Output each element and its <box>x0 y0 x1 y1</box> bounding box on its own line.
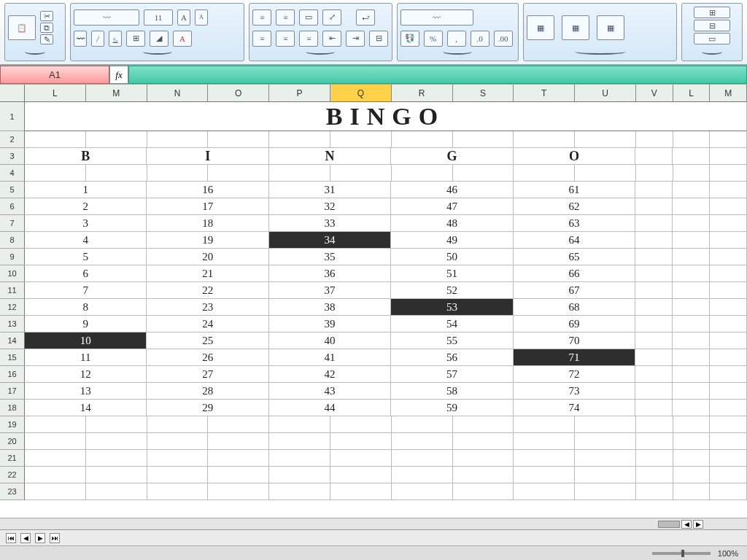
cell[interactable] <box>636 416 673 433</box>
cell[interactable] <box>208 131 269 148</box>
bingo-column-header[interactable]: O <box>514 148 635 165</box>
cell[interactable] <box>673 131 711 148</box>
scrollbar-thumb[interactable] <box>658 521 680 528</box>
column-header[interactable]: L <box>673 85 711 101</box>
cell[interactable] <box>710 433 747 450</box>
cell[interactable] <box>635 366 673 383</box>
row-header[interactable]: 23 <box>0 483 25 500</box>
cell[interactable] <box>453 483 514 500</box>
last-sheet-button[interactable]: ⏭ <box>50 533 60 543</box>
cell[interactable] <box>392 433 453 450</box>
cell[interactable]: 37 <box>269 282 391 299</box>
row-header[interactable]: 1 <box>0 102 25 131</box>
cell[interactable]: 23 <box>147 299 268 316</box>
title-cell[interactable]: BINGO <box>25 102 747 131</box>
fill-color-button[interactable]: ◢ <box>150 31 169 47</box>
row-header[interactable]: 15 <box>0 349 25 366</box>
cell[interactable] <box>710 265 747 282</box>
cell[interactable]: 47 <box>391 198 513 215</box>
cell[interactable] <box>635 299 673 316</box>
cell[interactable]: 50 <box>391 249 513 265</box>
cell[interactable] <box>636 483 673 500</box>
cell[interactable]: 16 <box>147 182 268 198</box>
cell[interactable] <box>208 483 269 500</box>
italic-button[interactable]: / <box>91 31 104 47</box>
bingo-column-header[interactable]: N <box>269 148 391 165</box>
column-header[interactable]: V <box>636 85 673 101</box>
cell[interactable] <box>86 165 147 182</box>
cell[interactable] <box>636 131 673 148</box>
cell[interactable] <box>86 450 147 467</box>
column-header[interactable]: R <box>392 85 453 101</box>
cell[interactable]: 21 <box>147 265 268 282</box>
cell[interactable]: 44 <box>269 400 391 416</box>
column-header[interactable]: O <box>208 85 269 101</box>
cell[interactable]: 52 <box>391 282 513 299</box>
cell[interactable]: 43 <box>269 383 391 400</box>
row-header[interactable]: 4 <box>0 165 25 182</box>
cell[interactable] <box>673 450 711 467</box>
cell[interactable]: 6 <box>25 265 147 282</box>
cell[interactable] <box>635 232 673 249</box>
currency-button[interactable]: 💱 <box>400 31 419 47</box>
cell[interactable]: 18 <box>147 215 268 232</box>
cell[interactable] <box>453 416 514 433</box>
cell[interactable] <box>208 467 269 483</box>
cell[interactable] <box>25 467 86 483</box>
comma-button[interactable]: , <box>447 31 466 47</box>
cell[interactable] <box>453 467 514 483</box>
cell[interactable] <box>673 349 710 366</box>
cell[interactable] <box>392 165 453 182</box>
align-center-button[interactable]: ≡ <box>276 31 295 47</box>
cell[interactable]: 51 <box>391 265 513 282</box>
row-header[interactable]: 17 <box>0 383 25 400</box>
cell[interactable] <box>673 383 710 400</box>
cell[interactable] <box>392 450 453 467</box>
align-left-button[interactable]: ≡ <box>252 31 271 47</box>
cell[interactable] <box>635 148 673 165</box>
row-header[interactable]: 11 <box>0 282 25 299</box>
cell[interactable] <box>635 249 673 265</box>
cell[interactable] <box>25 165 86 182</box>
cell[interactable]: 9 <box>25 316 147 332</box>
cell-highlighted[interactable]: 10 <box>25 332 147 349</box>
cell[interactable]: 42 <box>269 366 391 383</box>
format-as-table-button[interactable]: ▦ <box>562 15 589 40</box>
cell[interactable]: 5 <box>25 249 147 265</box>
cell[interactable] <box>392 467 453 483</box>
cell[interactable]: 25 <box>147 332 268 349</box>
cell[interactable] <box>514 450 575 467</box>
cell[interactable] <box>635 265 673 282</box>
row-header[interactable]: 7 <box>0 215 25 232</box>
cell[interactable] <box>635 349 673 366</box>
cell[interactable]: 36 <box>269 265 391 282</box>
row-header[interactable]: 14 <box>0 332 25 349</box>
cell[interactable]: 19 <box>147 232 268 249</box>
cut-button[interactable]: ✂ <box>40 11 53 21</box>
column-header[interactable]: M <box>86 85 147 101</box>
cell[interactable] <box>147 483 209 500</box>
cell[interactable] <box>147 467 209 483</box>
cell[interactable] <box>673 215 710 232</box>
cell[interactable] <box>86 467 147 483</box>
cell[interactable]: 24 <box>147 316 268 332</box>
bingo-column-header[interactable]: I <box>147 148 268 165</box>
cell[interactable]: 61 <box>514 182 635 198</box>
cell[interactable] <box>392 131 453 148</box>
cell[interactable] <box>673 232 710 249</box>
cell[interactable] <box>453 131 514 148</box>
increase-font-button[interactable]: A <box>177 9 190 26</box>
cell[interactable] <box>208 165 269 182</box>
bingo-column-header[interactable]: B <box>25 148 147 165</box>
cell[interactable] <box>208 416 269 433</box>
cell[interactable]: 48 <box>391 215 513 232</box>
cell[interactable] <box>710 383 747 400</box>
cell[interactable] <box>673 299 710 316</box>
cell[interactable] <box>269 450 330 467</box>
cell[interactable]: 55 <box>391 332 513 349</box>
cell[interactable] <box>269 131 330 148</box>
insert-button[interactable]: ⊞ <box>694 7 730 18</box>
increase-decimal-button[interactable]: .0 <box>471 31 489 47</box>
cell[interactable] <box>575 165 636 182</box>
decrease-font-button[interactable]: A <box>195 9 208 26</box>
